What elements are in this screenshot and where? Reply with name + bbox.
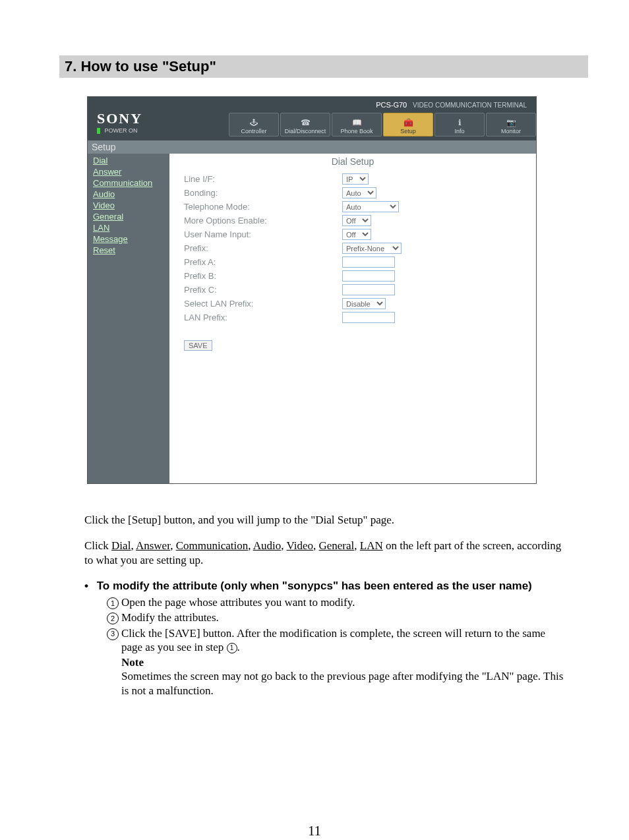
section-title: How to use "Setup" — [80, 58, 216, 75]
step-ref-1-icon: 1 — [227, 643, 237, 653]
label-moreopts: More Options Enable: — [184, 216, 342, 225]
label-lan-prefix: LAN Prefix: — [184, 313, 342, 322]
link-lan: LAN — [360, 539, 383, 552]
phone-icon: ☎ — [299, 118, 311, 127]
content-panel: Dial Setup Line I/F: IP Bonding: Auto Te… — [169, 154, 536, 483]
sidebar-item-communication[interactable]: Communication — [88, 177, 169, 189]
sidebar-item-dial[interactable]: Dial — [88, 155, 169, 166]
select-line-if[interactable]: IP — [342, 173, 369, 185]
page-number: 11 — [0, 823, 629, 839]
section-heading: 7. How to use "Setup" — [59, 55, 588, 78]
label-username: User Name Input: — [184, 229, 342, 239]
label-prefix-a: Prefix A: — [184, 257, 342, 267]
link-audio: Audio — [253, 539, 282, 552]
setup-bar: Setup — [88, 140, 536, 154]
screenshot: SONY POWER ON PCS-G70 VIDEO COMMUNICATIO… — [87, 96, 535, 484]
tab-label: Monitor — [501, 128, 521, 135]
note-label: Note — [121, 656, 144, 669]
step-num-2-icon: 2 — [107, 613, 119, 624]
tab-label: Info — [454, 128, 464, 135]
note-text: Sometimes the screen may not go back to … — [121, 670, 563, 696]
camera-icon: 📷 — [505, 118, 517, 127]
app-header: SONY POWER ON PCS-G70 VIDEO COMMUNICATIO… — [88, 97, 536, 140]
section-number: 7. — [65, 58, 76, 75]
toolbox-icon: 🧰 — [402, 118, 414, 127]
label-telmode: Telephone Mode: — [184, 202, 342, 212]
top-tabs: 🕹 Controller ☎ Dial/Disconnect 📖 Phone B… — [229, 113, 536, 136]
link-communication: Communication — [176, 539, 249, 552]
step-3b: . — [237, 641, 240, 653]
label-sel-lan-prefix: Select LAN Prefix: — [184, 299, 342, 309]
input-prefix-a[interactable] — [342, 256, 395, 268]
select-prefix[interactable]: Prefix-None — [342, 243, 402, 254]
tab-label: Phone Book — [340, 128, 373, 135]
tab-setup[interactable]: 🧰 Setup — [383, 113, 433, 136]
label-prefix-c: Prefix C: — [184, 285, 342, 295]
power-label: POWER ON — [105, 127, 138, 134]
select-moreopts[interactable]: Off — [342, 215, 371, 226]
tab-label: Setup — [400, 128, 416, 135]
tab-info[interactable]: ℹ Info — [434, 113, 485, 136]
save-button[interactable]: SAVE — [184, 340, 212, 351]
sidebar-item-general[interactable]: General — [88, 211, 169, 222]
label-bonding: Bonding: — [184, 188, 342, 198]
sidebar-item-answer[interactable]: Answer — [88, 166, 169, 177]
app-window: SONY POWER ON PCS-G70 VIDEO COMMUNICATIO… — [87, 96, 537, 484]
step-1: 1 Open the page whose attributes you wan… — [107, 595, 567, 609]
tab-phonebook[interactable]: 📖 Phone Book — [332, 113, 382, 136]
sidebar-item-message[interactable]: Message — [88, 233, 169, 245]
note-row: Note Sometimes the screen may not go bac… — [107, 655, 567, 698]
instr-p1: Click the [Setup] button, and you will j… — [84, 513, 567, 527]
row-moreopts: More Options Enable: Off — [169, 214, 536, 227]
step-2-text: Modify the attributes. — [121, 611, 567, 624]
label-prefix-b: Prefix B: — [184, 271, 342, 281]
row-sel-lan-prefix: Select LAN Prefix: Disable — [169, 297, 536, 311]
tab-dial[interactable]: ☎ Dial/Disconnect — [280, 113, 330, 136]
row-bonding: Bonding: Auto — [169, 186, 536, 200]
sidebar: Dial Answer Communication Audio Video Ge… — [88, 154, 169, 483]
instructions: Click the [Setup] button, and you will j… — [84, 513, 567, 698]
select-sel-lan-prefix[interactable]: Disable — [342, 298, 386, 309]
sidebar-item-audio[interactable]: Audio — [88, 189, 169, 200]
step-3-text: Click the [SAVE] button. After the modif… — [121, 626, 567, 655]
sidebar-item-video[interactable]: Video — [88, 200, 169, 211]
instr-p2-pre: Click — [84, 539, 111, 552]
row-prefix-b: Prefix B: — [169, 269, 536, 283]
label-prefix: Prefix: — [184, 243, 342, 253]
input-prefix-b[interactable] — [342, 270, 395, 282]
label-line-if: Line I/F: — [184, 174, 342, 184]
step-num-3-icon: 3 — [107, 628, 119, 640]
step-3a: Click the [SAVE] button. After the modif… — [121, 627, 545, 653]
row-lan-prefix: LAN Prefix: — [169, 311, 536, 324]
power-led-icon — [97, 128, 100, 134]
select-bonding[interactable]: Auto — [342, 187, 376, 198]
tab-label: Dial/Disconnect — [285, 128, 326, 135]
step-num-1-icon: 1 — [107, 597, 119, 609]
app-body: Dial Answer Communication Audio Video Ge… — [88, 154, 536, 483]
input-lan-prefix[interactable] — [342, 312, 395, 323]
link-video: Video — [286, 539, 313, 552]
content-title: Dial Setup — [169, 154, 536, 172]
select-username[interactable]: Off — [342, 229, 371, 240]
tab-controller[interactable]: 🕹 Controller — [229, 113, 279, 136]
book-icon: 📖 — [351, 118, 363, 127]
link-general: General — [318, 539, 354, 552]
power-indicator: POWER ON — [97, 127, 138, 134]
row-prefix-c: Prefix C: — [169, 283, 536, 297]
sidebar-item-lan[interactable]: LAN — [88, 222, 169, 233]
row-prefix: Prefix: Prefix-None — [169, 241, 536, 255]
tab-label: Controller — [241, 128, 266, 135]
model-name: PCS-G70 — [376, 101, 407, 109]
row-username: User Name Input: Off — [169, 227, 536, 241]
step-3: 3 Click the [SAVE] button. After the mod… — [107, 626, 567, 655]
row-line-if: Line I/F: IP — [169, 172, 536, 186]
select-telmode[interactable]: Auto — [342, 201, 399, 212]
sidebar-item-reset[interactable]: Reset — [88, 245, 169, 256]
model-label: PCS-G70 VIDEO COMMUNICATION TERMINAL — [376, 101, 527, 109]
instr-p2: Click Dial, Answer, Communication, Audio… — [84, 539, 567, 567]
brand-logo: SONY — [88, 110, 143, 127]
input-prefix-c[interactable] — [342, 284, 395, 295]
link-answer: Answer — [136, 539, 170, 552]
tab-monitor[interactable]: 📷 Monitor — [486, 113, 536, 136]
bullet-heading: • To modify the attribute (only when "so… — [84, 579, 567, 593]
